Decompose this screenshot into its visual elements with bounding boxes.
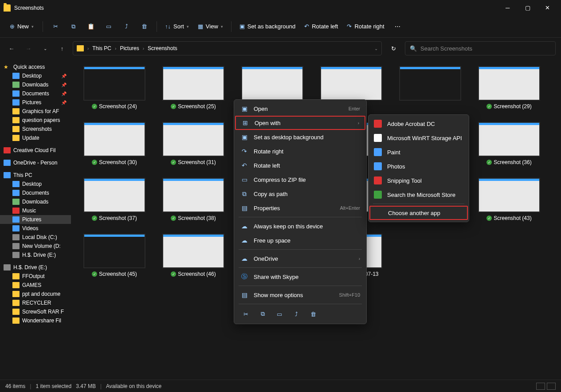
- rotate-left-button[interactable]: ↶ Rotate left: [301, 23, 341, 30]
- sidebar-update[interactable]: Update: [0, 133, 71, 142]
- sort-button[interactable]: ↑↓ Sort ▾: [161, 23, 192, 30]
- sidebar-pictures2[interactable]: Pictures: [0, 215, 71, 224]
- up-button[interactable]: ↑: [56, 42, 68, 55]
- menu-open-with[interactable]: ⊞Open with›: [235, 116, 365, 130]
- app-acrobat[interactable]: Adobe Acrobat DC: [369, 117, 469, 131]
- file-thumbnail[interactable]: ✓Screenshot (24): [80, 66, 149, 110]
- app-winrt[interactable]: Microsoft WinRT Storage API: [369, 131, 469, 145]
- sidebar-ffoutput[interactable]: FFOutput: [0, 272, 71, 281]
- crumb-screenshots[interactable]: Screenshots: [148, 45, 177, 51]
- sidebar-videos[interactable]: Videos: [0, 224, 71, 233]
- sidebar-downloads[interactable]: Downloads📌: [0, 80, 71, 89]
- sidebar-onedrive[interactable]: OneDrive - Person: [0, 158, 71, 167]
- sidebar-wondershare[interactable]: Wondershare Fil: [0, 316, 71, 325]
- delete-button[interactable]: 🗑: [309, 310, 318, 318]
- menu-free-space[interactable]: ☁Free up space: [234, 233, 366, 247]
- file-thumbnail[interactable]: ✓Screenshot (46): [159, 234, 228, 283]
- rename-button[interactable]: ▭: [275, 310, 284, 318]
- sidebar-ppt[interactable]: ppt and docume: [0, 290, 71, 298]
- cut-button[interactable]: ✂: [241, 310, 250, 318]
- file-thumbnail[interactable]: ✓Screenshot (36): [475, 122, 544, 165]
- minimize-button[interactable]: ─: [498, 1, 518, 15]
- maximize-button[interactable]: ▢: [518, 1, 537, 15]
- thumbnail-label: ✓Screenshot (37): [92, 215, 137, 221]
- set-background-button[interactable]: ▣ Set as background: [236, 23, 299, 30]
- menu-copy-path[interactable]: ⧉Copy as path: [234, 187, 366, 201]
- sidebar-documents[interactable]: Documents📌: [0, 89, 71, 98]
- blank-icon: [375, 209, 383, 217]
- sidebar-creative-cloud[interactable]: Creative Cloud Fil: [0, 146, 71, 155]
- menu-open[interactable]: ▣OpenEnter: [234, 102, 366, 116]
- refresh-button[interactable]: ↻: [386, 41, 400, 55]
- cc-icon: [4, 147, 11, 153]
- thumbnail-label: ✓Screenshot (25): [171, 103, 216, 110]
- file-thumbnail[interactable]: ✓Screenshot (25): [159, 66, 228, 110]
- delete-button[interactable]: 🗑: [136, 19, 152, 35]
- file-thumbnail[interactable]: ✓Screenshot (37): [80, 178, 149, 221]
- thumbnails-view-button[interactable]: [547, 383, 556, 390]
- menu-compress-zip[interactable]: ▭Compress to ZIP file: [234, 172, 366, 187]
- share-button[interactable]: ⤴: [118, 19, 134, 35]
- file-thumbnail[interactable]: ✓Screenshot (29): [475, 66, 544, 110]
- paste-button[interactable]: 📋: [83, 19, 99, 35]
- sidebar-pictures[interactable]: Pictures📌: [0, 98, 71, 107]
- file-thumbnail[interactable]: ✓Screenshot (43): [475, 178, 544, 221]
- copy-button[interactable]: ⧉: [65, 19, 81, 35]
- sidebar-recycler[interactable]: RECYCLER: [0, 298, 71, 307]
- sidebar-screenshots[interactable]: Screenshots: [0, 125, 71, 133]
- sidebar-documents2[interactable]: Documents: [0, 188, 71, 197]
- file-thumbnail[interactable]: ✓Screenshot (30): [80, 122, 149, 165]
- sidebar-quick-access[interactable]: ★Quick access: [0, 63, 71, 71]
- view-button[interactable]: ▦ View ▾: [194, 23, 227, 30]
- menu-set-desktop-bg[interactable]: ▣Set as desktop background: [234, 130, 366, 144]
- new-button[interactable]: ⊕ New ▾: [5, 20, 38, 32]
- context-menu: ▣OpenEnter ⊞Open with› ▣Set as desktop b…: [234, 99, 367, 324]
- sidebar-games[interactable]: GAMES: [0, 281, 71, 290]
- chevron-down-icon[interactable]: ⌄: [374, 46, 378, 51]
- app-store[interactable]: Search the Microsoft Store: [369, 188, 469, 202]
- menu-share-skype[interactable]: ⓈShare with Skype: [234, 270, 366, 284]
- sidebar-downloads2[interactable]: Downloads: [0, 197, 71, 206]
- sidebar-music[interactable]: Music: [0, 206, 71, 215]
- sidebar-qpapers[interactable]: question papers: [0, 116, 71, 125]
- share-button[interactable]: ⤴: [292, 310, 301, 318]
- sidebar-desktop2[interactable]: Desktop: [0, 180, 71, 188]
- menu-onedrive[interactable]: ☁OneDrive›: [234, 251, 366, 266]
- details-view-button[interactable]: [536, 383, 545, 390]
- more-button[interactable]: ⋯: [390, 19, 406, 35]
- menu-keep-on-device[interactable]: ☁Always keep on this device: [234, 219, 366, 233]
- search-input[interactable]: 🔍 Search Screenshots: [405, 41, 556, 55]
- app-snipping[interactable]: Snipping Tool: [369, 173, 469, 188]
- cut-button[interactable]: ✂: [47, 19, 63, 35]
- forward-button[interactable]: →: [22, 42, 35, 55]
- menu-show-more[interactable]: ▤Show more optionsShift+F10: [234, 288, 366, 302]
- chevron-right-icon: ›: [359, 256, 360, 261]
- menu-rotate-right[interactable]: ↷Rotate right: [234, 144, 366, 158]
- breadcrumb[interactable]: › This PC › Pictures › Screenshots ⌄: [73, 41, 382, 55]
- file-thumbnail[interactable]: ✓Screenshot (31): [159, 122, 228, 165]
- copy-button[interactable]: ⧉: [258, 310, 267, 318]
- file-thumbnail[interactable]: ✓Screenshot (45): [80, 234, 149, 283]
- sidebar-hsdrive2[interactable]: H.$. Drive (E:): [0, 263, 71, 272]
- sidebar-thispc[interactable]: This PC: [0, 171, 71, 180]
- sidebar-localc[interactable]: Local Disk (C:): [0, 233, 71, 242]
- menu-rotate-left[interactable]: ↶Rotate left: [234, 158, 366, 172]
- choose-another-app[interactable]: Choose another app: [369, 206, 468, 220]
- back-button[interactable]: ←: [5, 42, 18, 55]
- sidebar-hsdrive[interactable]: H.$. Drive (E:): [0, 251, 71, 259]
- app-photos[interactable]: Photos: [369, 159, 469, 173]
- sidebar-desktop[interactable]: Desktop📌: [0, 71, 71, 80]
- file-thumbnail[interactable]: [396, 66, 465, 110]
- menu-properties[interactable]: ▤PropertiesAlt+Enter: [234, 201, 366, 215]
- rotate-right-button[interactable]: ↷ Rotate right: [343, 23, 388, 30]
- recent-button[interactable]: ⌄: [39, 42, 51, 55]
- rename-button[interactable]: ▭: [101, 19, 117, 35]
- close-button[interactable]: ✕: [537, 1, 557, 15]
- sidebar-graphics[interactable]: Graphics for AF: [0, 107, 71, 116]
- sidebar-newvol[interactable]: New Volume (D:: [0, 242, 71, 251]
- sidebar-screwsoft[interactable]: ScrewSoft RAR F: [0, 307, 71, 316]
- crumb-thispc[interactable]: This PC: [92, 45, 111, 51]
- crumb-pictures[interactable]: Pictures: [120, 45, 139, 51]
- file-thumbnail[interactable]: ✓Screenshot (38): [159, 178, 228, 221]
- app-paint[interactable]: Paint: [369, 145, 469, 159]
